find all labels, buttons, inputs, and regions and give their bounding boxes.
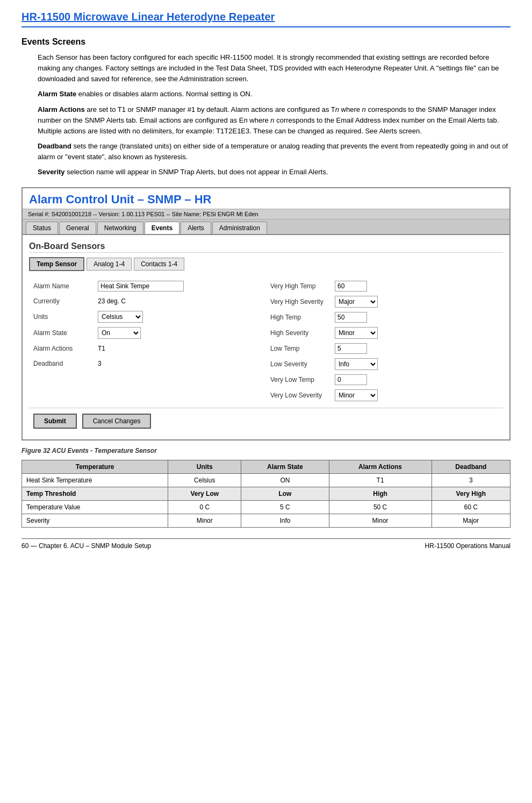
cell-units: Celsius	[168, 474, 241, 487]
form-row-deadband: Deadband 3	[33, 356, 262, 371]
tab-events[interactable]: Events	[145, 222, 179, 234]
form-row-alarm-actions: Alarm Actions T1	[33, 341, 262, 356]
form-row-low-temp: Low Temp	[270, 341, 499, 356]
cell-temp-value-label: Temperature Value	[22, 501, 168, 514]
intro-para-3: Alarm Actions are set to T1 or SNMP mana…	[38, 104, 511, 137]
form-row-alarm-state: Alarm State On Off	[33, 325, 262, 341]
acu-content: On-Board Sensors Temp Sensor Analog 1-4 …	[23, 235, 509, 439]
form-row-units: Units Celsius Fahrenheit	[33, 309, 262, 325]
value-currently: 23 deg. C	[98, 297, 126, 305]
cell-low-severity: Info	[241, 514, 329, 528]
form-grid: Alarm Name Currently 23 deg. C Units Cel…	[29, 276, 503, 406]
table-row-severity: Severity Minor Info Minor Major	[22, 514, 511, 528]
form-row-very-low-severity: Very Low Severity Minor Major Info	[270, 387, 499, 403]
submit-button[interactable]: Submit	[33, 414, 77, 429]
select-very-high-severity[interactable]: Major Minor Info	[335, 296, 378, 308]
label-very-low-temp: Very Low Temp	[270, 376, 335, 383]
select-very-low-severity[interactable]: Minor Major Info	[335, 389, 378, 401]
value-deadband: 3	[98, 360, 102, 367]
intro-para-1: Each Sensor has been factory configured …	[38, 52, 511, 84]
sensor-section-title: On-Board Sensors	[29, 240, 503, 253]
footer-right: HR-11500 Operations Manual	[425, 542, 511, 550]
tab-alerts[interactable]: Alerts	[181, 222, 211, 234]
cell-very-low-severity: Minor	[168, 514, 241, 528]
threshold-header-row: Temp Threshold Very Low Low High Very Hi…	[22, 487, 511, 501]
acu-box: Alarm Control Unit – SNMP – HR Serial #:…	[21, 187, 511, 440]
cell-very-low-value: 0 C	[168, 501, 241, 514]
col-temperature: Temperature	[22, 460, 168, 474]
form-left: Alarm Name Currently 23 deg. C Units Cel…	[29, 276, 266, 406]
cell-deadband: 3	[432, 474, 510, 487]
summary-table: Temperature Units Alarm State Alarm Acti…	[21, 460, 511, 528]
form-row-very-high-severity: Very High Severity Major Minor Info	[270, 294, 499, 310]
tab-networking[interactable]: Networking	[97, 222, 143, 234]
value-alarm-actions: T1	[98, 345, 105, 352]
label-very-high-severity: Very High Severity	[270, 298, 335, 305]
select-high-severity[interactable]: Minor Major Info	[335, 327, 378, 339]
intro-para-5: Severity selection name will appear in S…	[38, 167, 511, 177]
tab-administration[interactable]: Administration	[212, 222, 267, 234]
intro-text: Each Sensor has been factory configured …	[38, 52, 511, 177]
cell-alarm-state: ON	[241, 474, 329, 487]
cell-temp-name: Heat Sink Temperature	[22, 474, 168, 487]
input-low-temp[interactable]	[335, 343, 367, 354]
col-alarm-state: Alarm State	[241, 460, 329, 474]
section-title: Events Screens	[21, 37, 511, 47]
cell-very-high-header: Very High	[432, 487, 510, 501]
form-row-low-severity: Low Severity Info Minor Major	[270, 356, 499, 372]
summary-table-header-row: Temperature Units Alarm State Alarm Acti…	[22, 460, 511, 474]
cell-severity-label: Severity	[22, 514, 168, 528]
input-very-low-temp[interactable]	[335, 374, 367, 385]
tab-status[interactable]: Status	[26, 222, 58, 234]
cell-very-low-header: Very Low	[168, 487, 241, 501]
footer-left: 60 — Chapter 6. ACU – SNMP Module Setup	[21, 542, 151, 550]
intro-para-4: Deadband sets the range (translated unit…	[38, 141, 511, 162]
select-low-severity[interactable]: Info Minor Major	[335, 358, 378, 370]
select-alarm-state[interactable]: On Off	[98, 327, 141, 339]
cell-very-high-severity: Major	[432, 514, 510, 528]
form-row-high-temp: High Temp	[270, 310, 499, 325]
label-very-low-severity: Very Low Severity	[270, 392, 335, 399]
sensor-tab-temp[interactable]: Temp Sensor	[29, 257, 84, 271]
label-currently: Currently	[33, 297, 98, 305]
cancel-button[interactable]: Cancel Changes	[82, 414, 152, 429]
form-row-alarm-name: Alarm Name	[33, 279, 262, 294]
col-alarm-actions: Alarm Actions	[329, 460, 432, 474]
cell-high-header: High	[329, 487, 432, 501]
select-units[interactable]: Celsius Fahrenheit	[98, 311, 143, 323]
sensor-tab-analog[interactable]: Analog 1-4	[87, 258, 132, 271]
form-row-very-low-temp: Very Low Temp	[270, 372, 499, 387]
label-low-temp: Low Temp	[270, 345, 335, 352]
tab-general[interactable]: General	[59, 222, 96, 234]
figure-caption: Figure 32 ACU Events - Temperature Senso…	[21, 447, 511, 454]
intro-para-2: Alarm State enables or disables alarm ac…	[38, 89, 511, 100]
label-alarm-actions: Alarm Actions	[33, 345, 98, 352]
input-very-high-temp[interactable]	[335, 281, 367, 292]
cell-low-header: Low	[241, 487, 329, 501]
cell-high-severity: Minor	[329, 514, 432, 528]
cell-temp-threshold: Temp Threshold	[22, 487, 168, 501]
form-row-high-severity: High Severity Minor Major Info	[270, 325, 499, 341]
label-alarm-name: Alarm Name	[33, 282, 98, 290]
label-high-severity: High Severity	[270, 329, 335, 337]
page-footer: 60 — Chapter 6. ACU – SNMP Module Setup …	[21, 538, 511, 550]
button-row: Submit Cancel Changes	[29, 408, 503, 434]
label-deadband: Deadband	[33, 360, 98, 367]
input-alarm-name[interactable]	[98, 281, 184, 292]
cell-very-high-value: 60 C	[432, 501, 510, 514]
col-units: Units	[168, 460, 241, 474]
input-high-temp[interactable]	[335, 312, 367, 323]
col-deadband: Deadband	[432, 460, 510, 474]
label-units: Units	[33, 313, 98, 321]
form-row-very-high-temp: Very High Temp	[270, 279, 499, 294]
form-row-currently: Currently 23 deg. C	[33, 294, 262, 309]
sensor-tab-contacts[interactable]: Contacts 1-4	[134, 258, 184, 271]
label-high-temp: High Temp	[270, 314, 335, 321]
label-very-high-temp: Very High Temp	[270, 282, 335, 290]
acu-title: Alarm Control Unit – SNMP – HR	[23, 188, 509, 209]
sensor-tabs: Temp Sensor Analog 1-4 Contacts 1-4	[29, 257, 503, 271]
table-row-temp-value: Temperature Value 0 C 5 C 50 C 60 C	[22, 501, 511, 514]
acu-tabs: Status General Networking Events Alerts …	[23, 219, 509, 235]
label-low-severity: Low Severity	[270, 360, 335, 368]
cell-high-value: 50 C	[329, 501, 432, 514]
